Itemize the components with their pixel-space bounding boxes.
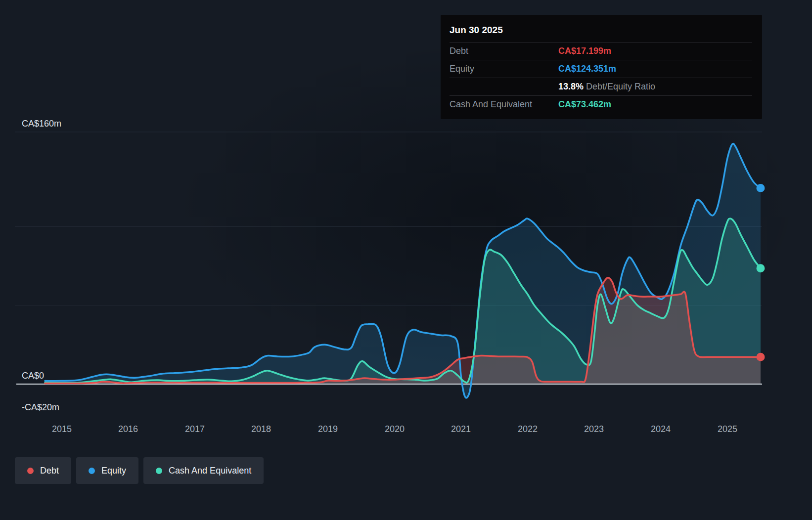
y-axis-label-0: CA$0 [22, 371, 44, 381]
tooltip-row-ratio: 13.8% Debt/Equity Ratio [450, 78, 752, 95]
chart-legend: Debt Equity Cash And Equivalent [15, 457, 264, 484]
tooltip-debt-value: CA$17.199m [558, 46, 611, 56]
debt-dot-icon [27, 468, 34, 474]
tooltip-row-equity: Equity CA$124.351m [450, 60, 752, 78]
cash-and-equivalent-end-marker[interactable] [757, 264, 765, 272]
x-axis-label-2019: 2019 [318, 424, 338, 434]
tooltip-date: Jun 30 2025 [450, 20, 752, 42]
debt-end-marker[interactable] [757, 353, 765, 361]
legend-cash-label: Cash And Equivalent [169, 466, 251, 476]
ratio-label: Debt/Equity Ratio [586, 82, 655, 91]
legend-debt-label: Debt [40, 466, 59, 476]
tooltip-ratio-value: 13.8% Debt/Equity Ratio [558, 82, 655, 92]
tooltip-cash-label: Cash And Equivalent [450, 99, 558, 110]
tooltip-row-debt: Debt CA$17.199m [450, 42, 752, 60]
chart-tooltip: Jun 30 2025 Debt CA$17.199m Equity CA$12… [441, 15, 762, 119]
x-axis-label-2017: 2017 [185, 424, 205, 434]
tooltip-equity-label: Equity [450, 64, 558, 74]
tooltip-debt-label: Debt [450, 46, 558, 56]
equity-dot-icon [89, 468, 95, 474]
tooltip-cash-value: CA$73.462m [558, 99, 611, 110]
tooltip-equity-value: CA$124.351m [558, 64, 616, 74]
x-axis-label-2016: 2016 [118, 424, 138, 434]
tooltip-row-cash: Cash And Equivalent CA$73.462m [450, 95, 752, 113]
x-axis-label-2023: 2023 [584, 424, 604, 434]
cash-dot-icon [156, 468, 162, 474]
x-axis-label-2018: 2018 [251, 424, 271, 434]
y-axis-label--20: -CA$20m [22, 402, 59, 413]
y-axis-label-160: CA$160m [22, 119, 61, 129]
x-axis-label-2025: 2025 [718, 424, 737, 434]
equity-end-marker[interactable] [757, 184, 765, 192]
legend-item-debt[interactable]: Debt [15, 457, 71, 484]
x-axis-label-2022: 2022 [518, 424, 538, 434]
x-axis-label-2015: 2015 [52, 424, 72, 434]
x-axis-label-2024: 2024 [651, 424, 671, 434]
x-axis-label-2020: 2020 [385, 424, 405, 434]
legend-item-equity[interactable]: Equity [76, 457, 138, 484]
ratio-number: 13.8% [558, 82, 584, 91]
legend-equity-label: Equity [101, 466, 126, 476]
legend-item-cash[interactable]: Cash And Equivalent [143, 457, 264, 484]
x-axis-label-2021: 2021 [451, 424, 471, 434]
